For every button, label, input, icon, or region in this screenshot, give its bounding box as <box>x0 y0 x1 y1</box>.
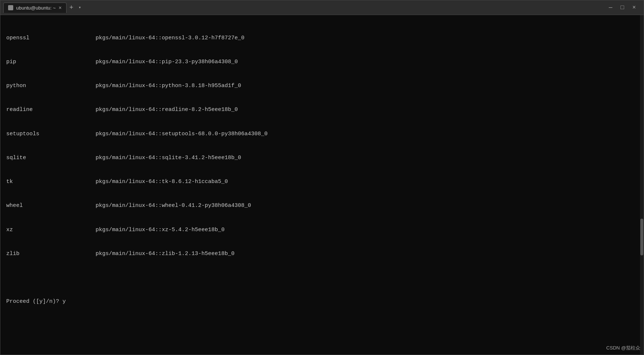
watermark: CSDN @茄柱众 <box>606 345 640 351</box>
line-python: python pkgs/main/linux-64::python-3.8.18… <box>6 82 638 90</box>
line-sqlite: sqlite pkgs/main/linux-64::sqlite-3.41.2… <box>6 154 638 162</box>
line-zlib: zlib pkgs/main/linux-64::zlib-1.2.13-h5e… <box>6 250 638 258</box>
terminal-window: ubuntu@ubuntu: ~ × + ▾ — □ × openssl pkg… <box>0 0 644 355</box>
tab-area: ubuntu@ubuntu: ~ × + ▾ <box>3 3 604 13</box>
tab-dropdown-button[interactable]: ▾ <box>76 5 83 10</box>
terminal-body[interactable]: openssl pkgs/main/linux-64::openssl-3.0.… <box>0 15 644 355</box>
tab-close-button[interactable]: × <box>59 5 62 10</box>
titlebar: ubuntu@ubuntu: ~ × + ▾ — □ × <box>0 0 644 15</box>
line-proceed: Proceed ([y]/n)? y <box>6 298 638 306</box>
line-blank3 <box>6 346 638 354</box>
line-setuptools: setuptools pkgs/main/linux-64::setuptool… <box>6 130 638 138</box>
line-tk: tk pkgs/main/linux-64::tk-8.6.12-h1ccaba… <box>6 178 638 186</box>
tab-ubuntu[interactable]: ubuntu@ubuntu: ~ × <box>3 3 67 13</box>
window-controls: — □ × <box>604 4 641 11</box>
terminal-icon <box>8 5 13 10</box>
close-button[interactable]: × <box>630 4 638 11</box>
line-blank2 <box>6 322 638 330</box>
minimize-button[interactable]: — <box>607 4 614 11</box>
line-wheel: wheel pkgs/main/linux-64::wheel-0.41.2-p… <box>6 202 638 210</box>
line-openssl: openssl pkgs/main/linux-64::openssl-3.0.… <box>6 34 638 42</box>
line-xz: xz pkgs/main/linux-64::xz-5.4.2-h5eee18b… <box>6 226 638 234</box>
scrollbar[interactable] <box>640 15 644 355</box>
maximize-button[interactable]: □ <box>619 4 626 11</box>
new-tab-button[interactable]: + <box>67 4 76 11</box>
terminal-output: openssl pkgs/main/linux-64::openssl-3.0.… <box>6 18 638 355</box>
tab-label: ubuntu@ubuntu: ~ <box>16 5 56 11</box>
line-pip: pip pkgs/main/linux-64::pip-23.3-py38h06… <box>6 58 638 66</box>
line-blank1 <box>6 274 638 282</box>
line-readline: readline pkgs/main/linux-64::readline-8.… <box>6 106 638 114</box>
scrollbar-thumb[interactable] <box>640 219 643 255</box>
